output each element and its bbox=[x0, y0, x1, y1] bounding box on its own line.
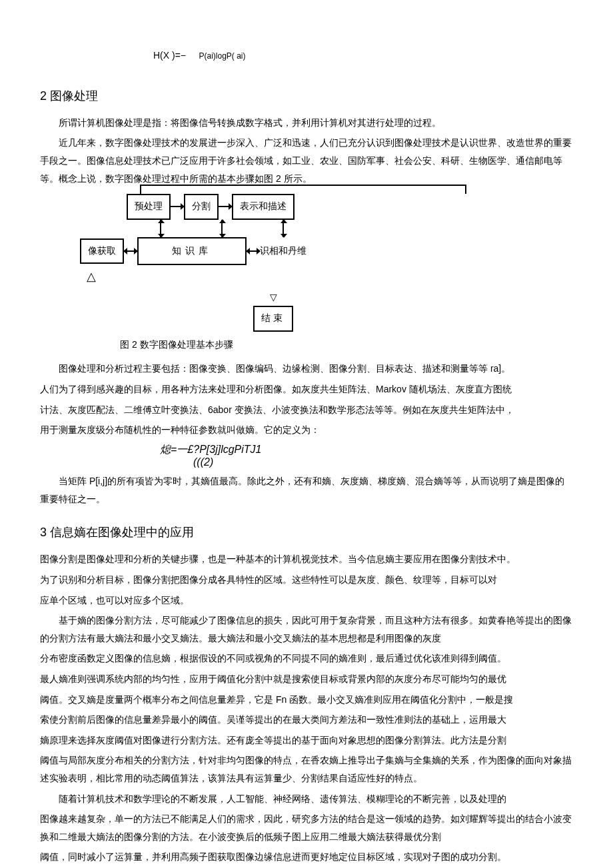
box-acquire: 像获取 bbox=[80, 238, 124, 264]
double-arrow-icon bbox=[221, 220, 223, 237]
s2-p1: 所谓计算机图像处理是指：将图像信号转换成数字格式，并利用计算机对其进行处理的过程… bbox=[40, 114, 573, 132]
s3-p13: 阈值，同时减小了运算量，并利用高频子图获取图像边缘信息进而更好地定位目标区域，实… bbox=[40, 848, 573, 866]
box-knowledge: 知识库 bbox=[137, 237, 247, 266]
formula-right: P(ai)logP( ai) bbox=[199, 51, 245, 61]
arrow-icon bbox=[219, 206, 232, 207]
s2b-p5: 计法、灰度匹配法、二维傅立叶变换法、6abor 变换法、小波变换法和数学形态法等… bbox=[40, 401, 573, 419]
s2b-p3: 图像处理和分析过程主要包括：图像变换、图像编码、边缘检测、图像分割、目标表达、描… bbox=[40, 360, 573, 378]
s3-p6: 最人嫡准则强调系统内部的均匀性，应用于阈值化分割中就是搜索使目标或背景内部的灰度… bbox=[40, 670, 573, 688]
s3-p4: 基于嫡的图像分割方法，尽可能减少了图像信息的损失，因此可用于复杂背景，而且这种方… bbox=[40, 612, 573, 647]
triangle-icon: △ bbox=[87, 265, 573, 288]
s2-p2: 近几年来，数字图像处理技术的发展进一步深入、广泛和迅速，人们已充分认识到图像处理… bbox=[40, 134, 573, 187]
box-represent: 表示和描述 bbox=[232, 194, 295, 220]
s3-p2: 为了识别和分析目标，图像分割把图像分成各具特性的区域。这些特性可以是灰度、颜色、… bbox=[40, 571, 573, 589]
s3-p10: 阈值与局部灰度分布相关的分割方法，针对非均匀图像的特点，在香农嫡上推导出子集嫡与… bbox=[40, 751, 573, 787]
f2-line2: (((2) bbox=[160, 456, 573, 468]
label-recognize: 识相和丹维 bbox=[260, 242, 306, 260]
section3-heading: 3 信息嫡在图像处理中的应用 bbox=[40, 521, 573, 544]
s2b-p4: 人们为了得到感兴趣的目标，用各种方法来处理和分析图像。如灰度共生矩阵法、Mark… bbox=[40, 380, 573, 398]
s3-p3: 应单个区域，也可以对应多个区域。 bbox=[40, 592, 573, 610]
s3-p7: 阈值。交叉嫡是度量两个概率分布之间信息量差异，它是 Fn 函数。最小交叉嫡准则应… bbox=[40, 691, 573, 709]
double-arrow-icon bbox=[124, 250, 137, 252]
down-arrow-icon: ▽ bbox=[253, 288, 293, 306]
s3-p9: 嫡原理来选择灰度阈值对图像进行分割方法。还有庞全等提出的基于面向对象思想的图像分… bbox=[40, 731, 573, 749]
double-arrow-icon bbox=[247, 250, 260, 252]
formula-left: H(X )=− bbox=[153, 50, 186, 61]
entropy-formula: H(X )=− P(ai)logP( ai) bbox=[40, 47, 573, 65]
box-end: 结束 bbox=[253, 306, 293, 332]
box-preproc: 预处理 bbox=[127, 194, 171, 220]
s2b-p6: 用于测量灰度级分布随机性的一种特征参数就叫做嫡。它的定义为： bbox=[40, 421, 573, 439]
s3-p12: 图像越来越复杂，单一的方法已不能满足人们的需求，因此，研究多方法的结合是这一领域… bbox=[40, 810, 573, 845]
arrow-icon bbox=[171, 206, 184, 207]
double-arrow-icon bbox=[160, 220, 161, 237]
diagram-caption: 图 2 数字图像处理基本步骤 bbox=[120, 336, 573, 354]
section2-heading: 2 图像处理 bbox=[40, 85, 573, 107]
f2-line1: 熄=一£?P[3j]lcgPiTJ1 bbox=[160, 443, 573, 456]
box-segment: 分割 bbox=[184, 194, 219, 220]
s3-p8: 索使分割前后图像的信息量差异最小的阈值。吴谨等提出的在最大类间方差法和一致性准则… bbox=[40, 711, 573, 729]
s2b-p7: 当矩阵 P[i,j]的所有项皆为零时，其嫡值最高。除此之外，还有和嫡、灰度嫡、梯… bbox=[40, 472, 573, 508]
flow-diagram: 预处理 分割 表示和描述 像获取 知识库 识相和丹维 △ ▽ 结束 bbox=[80, 194, 573, 332]
double-arrow-icon bbox=[283, 220, 284, 237]
entropy-formula-2: 熄=一£?P[3j]lcgPiTJ1 (((2) bbox=[40, 443, 573, 468]
s3-p1: 图像分割是图像处理和分析的关键步骤，也是一种基本的计算机视觉技术。当今信息嫡主要… bbox=[40, 550, 573, 568]
s3-p5: 分布密度函数定义图像的信息嫡，根据假设的不同或视角的不同提不同的嫡准则，最后通过… bbox=[40, 650, 573, 667]
s3-p11: 随着计算机技术和数学理论的不断发展，人工智能、神经网络、遗传算法、模糊理论的不断… bbox=[40, 790, 573, 808]
